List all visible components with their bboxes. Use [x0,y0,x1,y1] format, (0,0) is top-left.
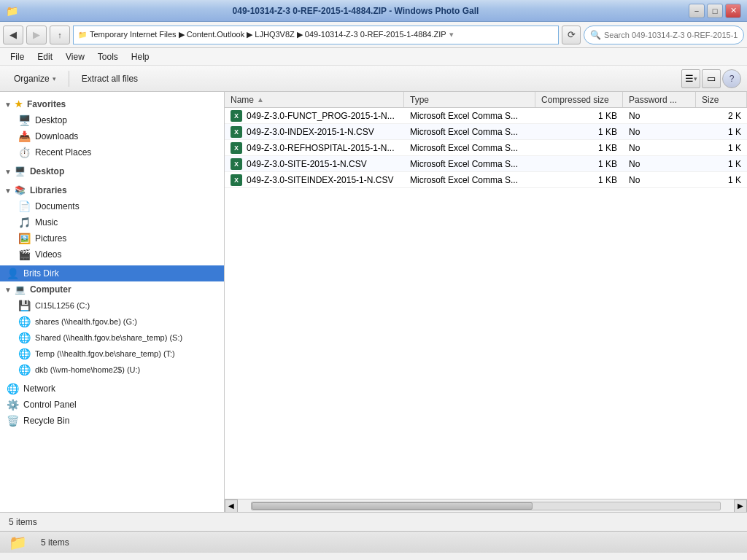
libraries-section: ▼ 📚 Libraries 📄 Documents 🎵 Music 🖼️ Pic… [0,182,224,262]
downloads-icon: 📥 [18,130,31,143]
file-password-1: No [623,127,696,137]
table-row[interactable]: X 049-Z-3.0-INDEX-2015-1-N.CSV Microsoft… [225,124,747,140]
search-box[interactable]: 🔍 [584,26,744,44]
sidebar-item-s-drive[interactable]: 🌐 Shared (\\health.fgov.be\share_temp) (… [0,330,224,346]
scroll-right-button[interactable]: ▶ [734,499,747,513]
organize-button[interactable]: Organize ▾ [6,69,64,89]
title-bar: 📁 049-10314-Z-3 0-REF-2015-1-4884.ZIP - … [0,0,747,22]
help-button[interactable]: ? [722,69,741,88]
u-drive-icon: 🌐 [18,363,31,376]
menu-edit[interactable]: Edit [31,50,58,63]
documents-icon: 📄 [18,200,31,213]
computer-section: ▼ 💻 Computer 💾 CI15L1256 (C:) 🌐 shares (… [0,281,224,378]
sidebar-item-pictures[interactable]: 🖼️ Pictures [0,230,224,246]
computer-expand-icon: ▼ [4,286,12,294]
scroll-left-button[interactable]: ◀ [225,499,238,513]
sidebar-item-documents[interactable]: 📄 Documents [0,198,224,214]
close-button[interactable]: ✕ [725,4,741,18]
toolbar-separator [69,71,69,87]
file-compressed-3: 1 KB [535,159,623,169]
col-header-type[interactable]: Type [404,92,535,107]
sidebar-item-videos[interactable]: 🎬 Videos [0,246,224,262]
item-count-bar: 5 items [0,512,747,531]
sidebar-item-g-drive[interactable]: 🌐 shares (\\health.fgov.be) (G:) [0,314,224,330]
view-toggle-button[interactable]: ☰ ▾ [681,69,700,88]
sidebar-item-t-drive[interactable]: 🌐 Temp (\\health.fgov.be\share_temp) (T:… [0,346,224,362]
control-panel-icon: ⚙️ [6,398,19,411]
file-compressed-2: 1 KB [535,143,623,153]
libraries-header[interactable]: ▼ 📚 Libraries [0,182,224,198]
col-header-name[interactable]: Name ▲ [225,92,404,107]
menu-tools[interactable]: Tools [92,50,124,63]
refresh-button[interactable]: ⟳ [562,26,581,44]
desktop-label: Desktop [30,166,64,176]
up-button[interactable]: ↑ [50,26,70,44]
forward-button[interactable]: ▶ [26,26,47,44]
file-password-2: No [623,143,696,153]
sidebar-item-recent-places[interactable]: ⏱️ Recent Places [0,144,224,160]
sidebar-item-c-drive[interactable]: 💾 CI15L1256 (C:) [0,298,224,314]
folder-icon: 📁 [9,534,27,551]
col-header-size[interactable]: Size [696,92,747,107]
file-area: Name ▲ Type Compressed size Password ...… [225,92,747,512]
extract-all-button[interactable]: Extract all files [74,69,146,89]
table-row[interactable]: X 049-Z-3.0-SITEINDEX-2015-1-N.CSV Micro… [225,172,747,188]
file-size-0: 2 K [696,111,747,121]
recent-places-icon: ⏱️ [18,146,31,159]
dropdown-arrow[interactable]: ▾ [449,30,454,39]
libraries-expand-icon: ▼ [4,187,12,195]
search-input[interactable] [604,31,738,39]
computer-header[interactable]: ▼ 💻 Computer [0,281,224,298]
desktop-section: ▼ 🖥️ Desktop [0,163,224,179]
sidebar-item-desktop[interactable]: 🖥️ Desktop [0,112,224,128]
file-size-1: 1 K [696,127,747,137]
maximize-button[interactable]: □ [707,4,723,18]
sidebar-item-network[interactable]: 🌐 Network [0,381,224,397]
view-buttons: ☰ ▾ ▭ ? [681,69,741,88]
menu-view[interactable]: View [60,50,90,63]
computer-icon: 💻 [15,284,26,295]
sidebar-item-music[interactable]: 🎵 Music [0,214,224,230]
search-icon: 🔍 [590,30,601,40]
sidebar-item-downloads[interactable]: 📥 Downloads [0,128,224,144]
horizontal-scrollbar[interactable]: ◀ ▶ [225,499,747,512]
brits-dirk-icon: 👤 [6,267,19,280]
status-folder-icon: 📁 [6,532,29,553]
col-header-password[interactable]: Password ... [623,92,696,107]
c-drive-icon: 💾 [18,299,31,312]
sidebar-item-recycle-bin[interactable]: 🗑️ Recycle Bin [0,413,224,429]
favorites-header[interactable]: ▼ ★ Favorites [0,96,224,112]
back-button[interactable]: ◀ [3,26,23,44]
breadcrumb-icon: 📁 [78,31,87,39]
col-header-compressed[interactable]: Compressed size [535,92,623,107]
window-title: 049-10314-Z-3 0-REF-2015-1-4884.ZIP - Wi… [23,6,689,16]
sidebar-item-brits-dirk[interactable]: 👤 Brits Dirk [0,265,224,281]
menu-file[interactable]: File [4,50,30,63]
address-path[interactable]: 📁 Temporary Internet Files ▶ Content.Out… [73,26,559,44]
toolbar: Organize ▾ Extract all files ☰ ▾ ▭ ? [0,66,747,92]
desktop-icon: 🖥️ [18,114,31,127]
computer-label: Computer [30,284,71,295]
main-content: ▼ ★ Favorites 🖥️ Desktop 📥 Downloads ⏱️ … [0,92,747,512]
sidebar-item-u-drive[interactable]: 🌐 dkb (\\vm-home\home2$) (U:) [0,362,224,378]
file-list-header: Name ▲ Type Compressed size Password ...… [225,92,747,108]
table-row[interactable]: X 049-Z-3.0-SITE-2015-1-N.CSV Microsoft … [225,156,747,172]
libraries-icon: 📚 [15,185,26,195]
scroll-thumb[interactable] [252,502,533,510]
file-size-2: 1 K [696,143,747,153]
menu-help[interactable]: Help [125,50,155,63]
address-bar: ◀ ▶ ↑ 📁 Temporary Internet Files ▶ Conte… [0,22,747,48]
sidebar: ▼ ★ Favorites 🖥️ Desktop 📥 Downloads ⏱️ … [0,92,225,512]
sidebar-item-control-panel[interactable]: ⚙️ Control Panel [0,397,224,413]
table-row[interactable]: X 049-Z-3.0-FUNCT_PROG-2015-1-N... Micro… [225,108,747,124]
scroll-track[interactable] [251,502,721,510]
minimize-button[interactable]: − [689,4,705,18]
table-row[interactable]: X 049-Z-3.0-REFHOSPITAL-2015-1-N... Micr… [225,140,747,156]
preview-pane-button[interactable]: ▭ [702,69,721,88]
t-drive-icon: 🌐 [18,347,31,360]
favorites-label: Favorites [27,99,66,109]
view-icon: ☰ [685,73,694,84]
pictures-icon: 🖼️ [18,232,31,245]
status-item-count: 5 items [41,537,69,548]
desktop-header[interactable]: ▼ 🖥️ Desktop [0,163,224,179]
